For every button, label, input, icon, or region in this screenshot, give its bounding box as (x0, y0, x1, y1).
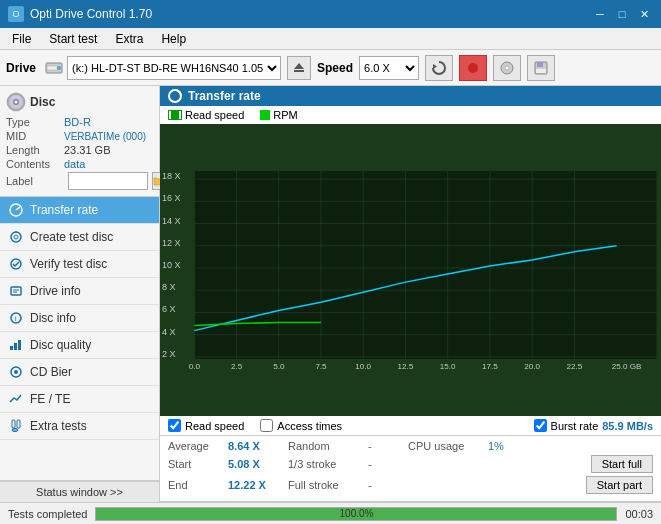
svg-point-8 (505, 66, 509, 70)
chart-controls: Read speed Access times Burst rate 85.9 … (160, 416, 661, 436)
red-button[interactable] (459, 55, 487, 81)
disc-type-row: Type BD-R (6, 116, 153, 128)
contents-value: data (64, 158, 85, 170)
random-value: - (368, 440, 408, 452)
mid-value: VERBATIMe (000) (64, 131, 146, 142)
burst-rate-label: Burst rate (551, 420, 599, 432)
minimize-button[interactable]: ─ (591, 6, 609, 22)
eject-button[interactable] (287, 56, 311, 80)
status-bar: Tests completed 100.0% 00:03 (0, 502, 661, 524)
nav-create-test-disc-label: Create test disc (30, 230, 113, 244)
legend-read-speed: Read speed (168, 109, 244, 121)
svg-rect-27 (14, 343, 17, 350)
start-label: Start (168, 458, 228, 470)
extra-tests-icon (8, 418, 24, 434)
disc-quality-icon (8, 337, 24, 353)
speed-select[interactable]: 6.0 X (359, 56, 419, 80)
chart-area: 18 X 16 X 14 X 12 X 10 X 8 X 6 X 4 X 2 X (160, 124, 661, 416)
nav-disc-info-label: Disc info (30, 311, 76, 325)
toolbar: Drive (k:) HL-DT-ST BD-RE WH16NS40 1.05 … (0, 50, 661, 86)
disc-button[interactable] (493, 55, 521, 81)
svg-rect-11 (536, 69, 546, 73)
end-label: End (168, 479, 228, 491)
close-button[interactable]: ✕ (635, 6, 653, 22)
nav-item-disc-info[interactable]: i Disc info (0, 305, 159, 332)
status-window-button[interactable]: Status window >> (0, 481, 159, 502)
svg-rect-21 (11, 287, 21, 295)
nav-item-drive-info[interactable]: Drive info (0, 278, 159, 305)
nav-transfer-rate-label: Transfer rate (30, 203, 98, 217)
svg-text:4 X: 4 X (162, 327, 176, 337)
start-full-button[interactable]: Start full (591, 455, 653, 473)
read-speed-ctrl-label: Read speed (185, 420, 244, 432)
stop-icon (467, 62, 479, 74)
disc-length-row: Length 23.31 GB (6, 144, 153, 156)
menu-extra[interactable]: Extra (107, 30, 151, 48)
svg-text:25.0 GB: 25.0 GB (612, 362, 642, 371)
svg-point-17 (11, 232, 21, 242)
svg-text:i: i (15, 315, 17, 322)
nav-item-cd-bier[interactable]: CD Bier (0, 359, 159, 386)
disc-info-panel: Disc Type BD-R MID VERBATIMe (000) Lengt… (0, 86, 159, 197)
menu-start-test[interactable]: Start test (41, 30, 105, 48)
refresh-button[interactable] (425, 55, 453, 81)
svg-marker-3 (294, 63, 304, 69)
cpu-usage-label: CPU usage (408, 440, 488, 452)
elapsed-time: 00:03 (625, 508, 653, 520)
menu-file[interactable]: File (4, 30, 39, 48)
drive-select[interactable]: (k:) HL-DT-ST BD-RE WH16NS40 1.05 (67, 56, 281, 80)
read-speed-checkbox-ctrl[interactable] (168, 419, 181, 432)
progress-text: 100.0% (96, 508, 616, 520)
label-label: Label (6, 175, 64, 187)
access-times-checkbox[interactable] (260, 419, 273, 432)
length-label: Length (6, 144, 64, 156)
stats-row-start: Start 5.08 X 1/3 stroke - Start full (168, 455, 653, 473)
nav-item-extra-tests[interactable]: Extra tests (0, 413, 159, 440)
label-input[interactable] (68, 172, 148, 190)
svg-text:17.5: 17.5 (482, 362, 498, 371)
menu-help[interactable]: Help (153, 30, 194, 48)
legend-rpm-label: RPM (273, 109, 297, 121)
end-value: 12.22 X (228, 479, 288, 491)
type-value: BD-R (64, 116, 91, 128)
svg-point-30 (14, 370, 18, 374)
burst-rate-ctrl: Burst rate 85.9 MB/s (534, 419, 653, 432)
nav-item-create-test-disc[interactable]: Create test disc (0, 224, 159, 251)
nav-item-disc-quality[interactable]: Disc quality (0, 332, 159, 359)
refresh-icon (431, 60, 447, 76)
start-part-button[interactable]: Start part (586, 476, 653, 494)
length-value: 23.31 GB (64, 144, 110, 156)
save-icon (534, 61, 548, 75)
type-label: Type (6, 116, 64, 128)
stats-row-end: End 12.22 X Full stroke - Start part (168, 476, 653, 494)
svg-text:0.0: 0.0 (189, 362, 201, 371)
nav-item-transfer-rate[interactable]: Transfer rate (0, 197, 159, 224)
svg-rect-10 (537, 62, 543, 67)
burst-rate-checkbox[interactable] (534, 419, 547, 432)
drive-icon (44, 58, 64, 78)
svg-text:20.0: 20.0 (524, 362, 540, 371)
save-button[interactable] (527, 55, 555, 81)
maximize-button[interactable]: □ (613, 6, 631, 22)
chart-header: Transfer rate (160, 86, 661, 106)
full-stroke-label: Full stroke (288, 479, 368, 491)
disc-label: Disc (30, 95, 55, 109)
read-speed-checkbox[interactable] (168, 110, 182, 120)
progress-bar: 100.0% (95, 507, 617, 521)
stroke13-label: 1/3 stroke (288, 458, 368, 470)
start-value: 5.08 X (228, 458, 288, 470)
svg-text:12 X: 12 X (162, 238, 181, 248)
nav-item-fe-te[interactable]: FE / TE (0, 386, 159, 413)
svg-rect-45 (194, 171, 657, 359)
nav-item-verify-test-disc[interactable]: Verify test disc (0, 251, 159, 278)
svg-rect-31 (12, 420, 15, 428)
title-bar-controls: ─ □ ✕ (591, 6, 653, 22)
nav-extra-tests-label: Extra tests (30, 419, 87, 433)
rpm-color-swatch (260, 110, 270, 120)
disc-icon (499, 60, 515, 76)
nav-disc-quality-label: Disc quality (30, 338, 91, 352)
svg-rect-32 (17, 420, 20, 428)
svg-text:18 X: 18 X (162, 171, 181, 181)
svg-text:16 X: 16 X (162, 193, 181, 203)
svg-text:7.5: 7.5 (315, 362, 327, 371)
